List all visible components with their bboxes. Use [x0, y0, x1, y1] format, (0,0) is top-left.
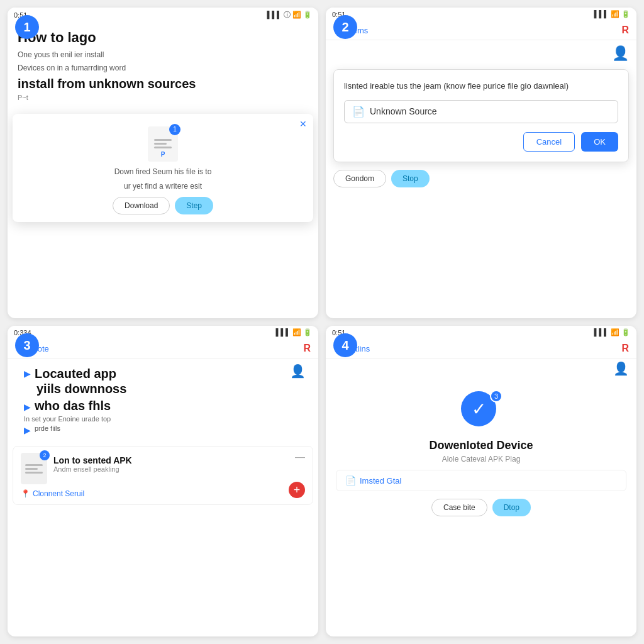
doc-line — [25, 468, 38, 470]
success-icon-wrap: ✓ 3 — [461, 391, 501, 431]
q1-subtitle: install from unknown sources — [18, 76, 308, 91]
step-button-1[interactable]: Step — [175, 197, 213, 214]
q3-title1: Locauted app — [35, 366, 116, 381]
nav-bar-2: ← Inlems R — [326, 21, 636, 40]
bullet-3: ▶ — [24, 425, 31, 435]
q4-success-content: ✓ 3 Dowenloted Device Alole Cateval APK … — [326, 379, 636, 523]
status-icons-4: ▌▌▌ 📶 🔋 — [594, 328, 631, 336]
modal-text: lisnted ireable tus the jeam (know flee … — [344, 80, 618, 92]
q2-bottom-buttons: Gondom Stop — [326, 165, 636, 192]
bullet-2: ▶ — [24, 402, 31, 412]
q3-title2-wrap: yiils downnoss — [24, 381, 126, 396]
apk-location-text: Clonnent Seruil — [33, 489, 84, 498]
q3-desc: In set your Enoine urade top — [24, 415, 126, 423]
nav-bar-4: ← Inatlins R — [326, 339, 636, 358]
step-4-badge: 4 — [333, 333, 357, 357]
status-bar-2: 0:51 ▌▌▌ 📶 🔋 — [326, 8, 636, 21]
dialog-buttons-1: Download Step — [20, 197, 306, 214]
doc-line — [25, 464, 43, 466]
download-dialog-1: ✕ 1 P Down fired Seum his file is to ur … — [13, 114, 313, 222]
apk-text: Lon to sented APK Andm ensell peakling — [53, 453, 132, 473]
source-doc-icon: 📄 — [352, 106, 365, 118]
minimize-icon[interactable]: — — [295, 452, 305, 463]
doc-line — [25, 472, 43, 474]
source-row: 📄 Unknown Source — [344, 100, 618, 123]
doc-line — [154, 143, 167, 145]
nav-bar-3: ← Piriote R — [8, 339, 318, 358]
profile-icon-3: 👤 — [285, 361, 311, 381]
nav-icon-3: R — [303, 343, 311, 354]
cancel-button[interactable]: Cancel — [523, 132, 575, 152]
status-icons-2: ▌▌▌ 📶 🔋 — [594, 10, 631, 18]
q1-title: How to lago — [18, 30, 308, 46]
location-pin-icon: 📍 — [21, 489, 30, 498]
install-row: 📄 Imsted Gtal — [336, 470, 626, 491]
status-bar-1: 0:51 ▌▌▌ ⓘ 📶 🔋 — [8, 8, 318, 22]
step-3-badge: 3 — [15, 333, 39, 357]
apk-subtitle: Andm ensell peakling — [53, 465, 132, 473]
godown-button[interactable]: Gondom — [333, 170, 386, 187]
apk-location: 📍 Clonnent Seruil — [21, 489, 305, 498]
apk-add-button[interactable]: + — [289, 482, 305, 498]
dialog-close-icon[interactable]: ✕ — [299, 119, 307, 129]
permission-modal: lisnted ireable tus the jeam (know flee … — [333, 69, 629, 162]
apk-badge: 2 — [40, 450, 50, 460]
install-doc-icon: 📄 — [345, 475, 356, 486]
nav-icon-4: R — [621, 343, 629, 354]
source-text: Unknown Source — [370, 106, 437, 116]
q3-title-row1: ▶ Locauted app — [24, 366, 126, 381]
case-button[interactable]: Case bite — [431, 499, 487, 516]
apk-title: Lon to sented APK — [53, 455, 132, 465]
profile-icon-2: 👤 — [326, 40, 636, 67]
download-button[interactable]: Download — [113, 197, 170, 214]
q1-desc2: Devices on in a fumarrding word — [18, 63, 308, 74]
dialog-desc2: ur yet find a writere esit — [20, 181, 306, 192]
profile-icon-4: 👤 — [326, 358, 636, 379]
step-1-panel: 1 0:51 ▌▌▌ ⓘ 📶 🔋 How to lago One yous th… — [8, 8, 318, 318]
q3-small-row: ▶ prde fiils — [24, 425, 126, 436]
step-2-badge: 2 — [333, 15, 357, 39]
q4-buttons: Case bite Dtop — [431, 499, 531, 516]
success-badge: 3 — [490, 390, 502, 402]
apk-file-icon: 2 — [21, 453, 47, 484]
q4-subtitle: Alole Cateval APK Plag — [442, 455, 521, 464]
file-letter-1: P — [161, 151, 165, 158]
dialog-desc1: Down fired Seum his file is to — [20, 167, 306, 177]
q3-title3: who das fhls — [35, 398, 111, 413]
modal-buttons: Cancel OK — [344, 132, 618, 152]
step-4-panel: 4 0:51 ▌▌▌ 📶 🔋 ← Inatlins R 👤 ✓ 3 Dowenl… — [326, 326, 636, 636]
apk-doc-lines — [23, 462, 45, 476]
doc-lines-1 — [152, 136, 174, 151]
dtop-button[interactable]: Dtop — [492, 499, 531, 516]
status-bar-4: 0:51 ▌▌▌ 📶 🔋 — [326, 326, 636, 339]
apk-card: 2 Lon to sented APK Andm ensell peakling… — [13, 446, 313, 505]
q3-title-row3: ▶ who das fhls — [24, 398, 126, 415]
ok-button[interactable]: OK — [581, 132, 618, 152]
q1-desc1: One yous th enil ier install — [18, 50, 308, 60]
step-3-panel: 3 0:334 ▌▌▌ 📶 🔋 ← Piriote R ▶ Locauted a… — [8, 326, 318, 636]
step-2-panel: 2 0:51 ▌▌▌ 📶 🔋 ← Inlems R 👤 lisnted irea… — [326, 8, 636, 318]
file-badge-1: 1 — [169, 124, 180, 135]
q4-title: Dowenloted Device — [429, 439, 533, 452]
file-icon-1: 1 P — [148, 126, 178, 162]
bullet-1: ▶ — [24, 369, 31, 379]
apk-card-top: 2 Lon to sented APK Andm ensell peakling — [21, 453, 305, 484]
q3-text-content: ▶ Locauted app yiils downnoss ▶ who das … — [15, 361, 135, 441]
q3-small: prde fiils — [35, 425, 60, 432]
q3-title2: yiils downnoss — [36, 381, 126, 396]
nav-icon-2: R — [621, 25, 629, 36]
status-icons-3: ▌▌▌ 📶 🔋 — [276, 328, 313, 336]
step-1-badge: 1 — [15, 15, 39, 39]
install-text: Imsted Gtal — [360, 476, 401, 486]
q1-content: How to lago One yous th enil ier install… — [8, 22, 318, 111]
q3-header-row: ▶ Locauted app yiils downnoss ▶ who das … — [8, 358, 318, 443]
q1-small: P~t — [18, 94, 308, 101]
doc-line — [154, 147, 172, 148]
status-icons-1: ▌▌▌ ⓘ 📶 🔋 — [267, 10, 312, 19]
stop-button-2[interactable]: Stop — [391, 170, 430, 187]
doc-line — [154, 139, 172, 141]
status-bar-3: 0:334 ▌▌▌ 📶 🔋 — [8, 326, 318, 339]
